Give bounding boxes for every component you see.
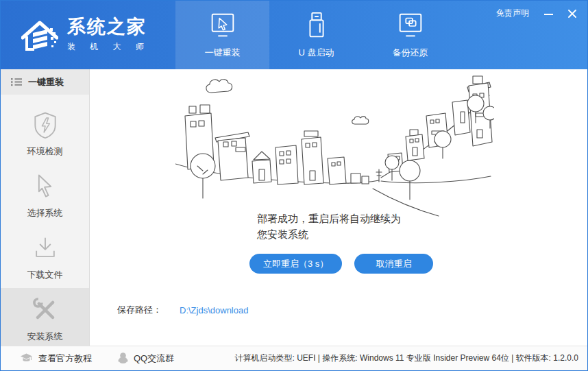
tab-onekey-reinstall[interactable]: 一键重装 bbox=[175, 1, 269, 69]
monitor-cursor-icon bbox=[207, 11, 238, 41]
shield-check-icon bbox=[30, 110, 60, 140]
status-line-1: 部署成功，重启后将自动继续为 bbox=[257, 211, 401, 227]
sidebar-item-label: 选择系统 bbox=[27, 207, 63, 219]
close-icon[interactable] bbox=[568, 10, 576, 18]
sidebar-item-install-system[interactable]: 安装系统 bbox=[1, 288, 89, 350]
list-icon bbox=[11, 77, 22, 86]
footer: 查看官方教程 QQ交流群 计算机启动类型: UEFI | 操作系统: Windo… bbox=[1, 346, 587, 370]
sidebar-item-download-files[interactable]: 下载文件 bbox=[1, 226, 89, 288]
window-actions: 免责声明 bbox=[496, 8, 576, 19]
main-tabs: 一键重装 U 盘启动 备份还原 bbox=[175, 1, 457, 69]
save-path-label: 保存路径： bbox=[117, 304, 162, 316]
sidebar-item-label: 安装系统 bbox=[27, 331, 63, 343]
backup-restore-icon bbox=[395, 11, 426, 41]
header: 系统之家 装 机 大 师 一键重装 U 盘启动 bbox=[1, 1, 587, 69]
sidebar-items: 环境检测 选择系统 下载文件 bbox=[1, 95, 89, 350]
sidebar-item-env-check[interactable]: 环境检测 bbox=[1, 103, 89, 165]
official-tutorial-label: 查看官方教程 bbox=[38, 352, 92, 365]
sidebar: 一键重装 环境检测 选择系统 bbox=[1, 69, 90, 346]
tab-label: U 盘启动 bbox=[299, 47, 334, 59]
logo-text: 系统之家 装 机 大 师 bbox=[67, 17, 150, 53]
sidebar-item-label: 下载文件 bbox=[27, 269, 63, 281]
content-panel: 部署成功，重启后将自动继续为 您安装系统 立即重启（3 s） 取消重启 保存路径… bbox=[90, 69, 587, 346]
app-subtitle: 装 机 大 师 bbox=[67, 41, 150, 53]
sidebar-header[interactable]: 一键重装 bbox=[1, 69, 89, 95]
app-title: 系统之家 bbox=[67, 17, 150, 38]
sidebar-item-label: 环境检测 bbox=[27, 145, 63, 158]
graduation-cap-icon bbox=[20, 353, 33, 363]
tab-backup-restore[interactable]: 备份还原 bbox=[363, 1, 457, 69]
deploy-status-message: 部署成功，重启后将自动继续为 您安装系统 bbox=[257, 211, 401, 242]
qq-group-label: QQ交流群 bbox=[134, 352, 174, 365]
save-path-row: 保存路径： D:\Zjds\download bbox=[117, 304, 248, 316]
logo-house-icon bbox=[21, 19, 58, 51]
system-status-text: 计算机启动类型: UEFI | 操作系统: Windows 11 专业版 Ins… bbox=[235, 352, 578, 364]
status-line-2: 您安装系统 bbox=[257, 227, 401, 243]
cursor-select-icon bbox=[30, 171, 60, 202]
save-path-link[interactable]: D:\Zjds\download bbox=[180, 305, 248, 315]
minimize-icon[interactable] bbox=[544, 14, 553, 15]
sidebar-item-select-system[interactable]: 选择系统 bbox=[1, 165, 89, 226]
download-icon bbox=[30, 233, 60, 263]
qq-group-link[interactable]: QQ交流群 bbox=[118, 352, 174, 365]
restart-actions: 立即重启（3 s） 取消重启 bbox=[249, 254, 433, 274]
official-tutorial-link[interactable]: 查看官方教程 bbox=[20, 352, 92, 365]
qq-penguin-icon bbox=[118, 352, 128, 364]
app-body: 一键重装 环境检测 选择系统 bbox=[1, 69, 587, 346]
restart-now-button[interactable]: 立即重启（3 s） bbox=[249, 254, 342, 274]
tab-label: 备份还原 bbox=[393, 47, 428, 59]
app-logo: 系统之家 装 机 大 师 bbox=[1, 1, 175, 69]
cancel-restart-button[interactable]: 取消重启 bbox=[354, 254, 433, 274]
tab-usb-boot[interactable]: U 盘启动 bbox=[269, 1, 363, 69]
sidebar-header-label: 一键重装 bbox=[28, 76, 64, 88]
illustration-cityscape bbox=[175, 73, 494, 219]
usb-drive-icon bbox=[301, 11, 332, 41]
app-window: 系统之家 装 机 大 师 一键重装 U 盘启动 bbox=[0, 0, 588, 371]
install-tools-icon bbox=[30, 295, 60, 325]
tab-label: 一键重装 bbox=[205, 47, 241, 59]
disclaimer-link[interactable]: 免责声明 bbox=[496, 8, 529, 19]
